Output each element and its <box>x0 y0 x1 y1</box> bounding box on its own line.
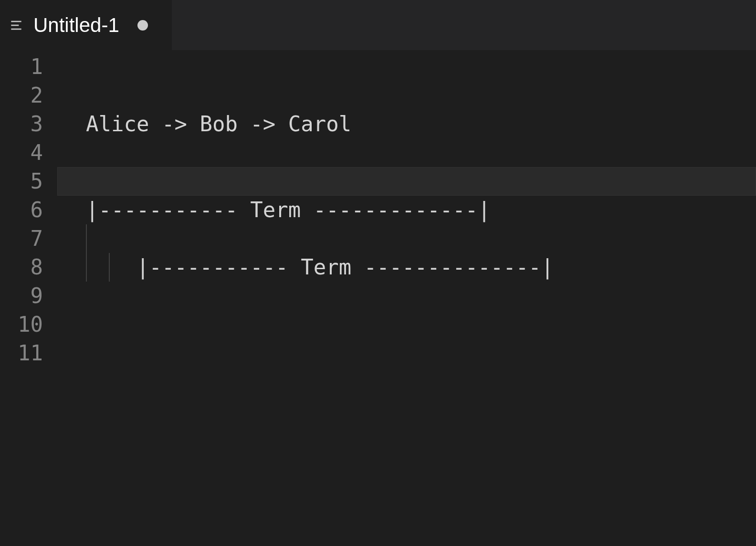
line-number[interactable]: 9 <box>0 282 57 310</box>
dirty-indicator-icon[interactable] <box>137 20 148 31</box>
line-number[interactable]: 4 <box>0 138 57 167</box>
line-number[interactable]: 5 <box>0 167 57 196</box>
code-line[interactable] <box>57 282 756 310</box>
code-line[interactable] <box>57 138 756 167</box>
code-line[interactable] <box>57 310 756 339</box>
code-line[interactable]: |----------- Term --------------| <box>57 253 756 282</box>
code-line[interactable]: Alice -> Bob -> Carol <box>57 110 756 138</box>
code-line[interactable]: |----------- Term -------------| <box>57 196 756 224</box>
code-line[interactable] <box>57 224 756 253</box>
tab-bar: Untitled-1 <box>0 0 756 50</box>
code-line[interactable] <box>57 52 756 81</box>
line-number[interactable]: 1 <box>0 52 57 81</box>
line-number[interactable]: 11 <box>0 339 57 368</box>
code-area[interactable]: Alice -> Bob -> Carol |----------- Term … <box>57 50 756 546</box>
line-number[interactable]: 7 <box>0 224 57 253</box>
editor: 1 2 3 4 5 6 7 8 9 10 11 Alice -> Bob -> … <box>0 50 756 546</box>
line-number[interactable]: 6 <box>0 196 57 224</box>
line-number[interactable]: 3 <box>0 110 57 138</box>
line-number[interactable]: 2 <box>0 81 57 110</box>
code-line-active[interactable] <box>57 167 756 196</box>
line-number-gutter: 1 2 3 4 5 6 7 8 9 10 11 <box>0 50 57 546</box>
line-number[interactable]: 8 <box>0 253 57 282</box>
tab-title: Untitled-1 <box>33 14 119 37</box>
code-line[interactable] <box>57 339 756 368</box>
line-number[interactable]: 10 <box>0 310 57 339</box>
file-icon <box>9 18 24 33</box>
code-line[interactable] <box>57 81 756 110</box>
tab-untitled[interactable]: Untitled-1 <box>0 0 172 50</box>
